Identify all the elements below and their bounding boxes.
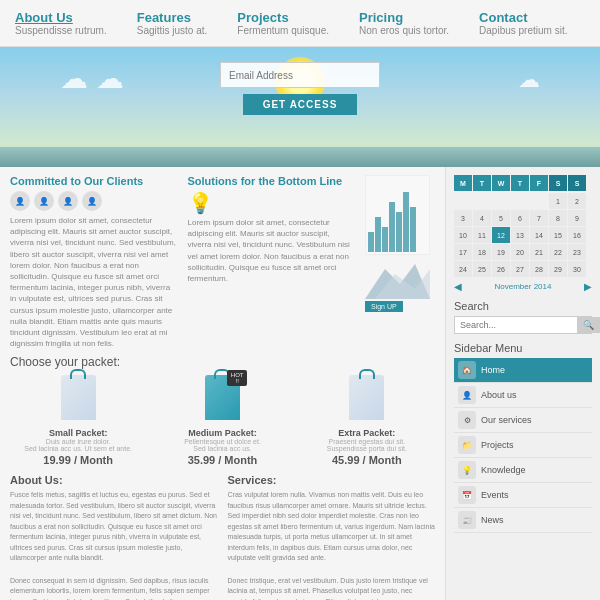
client-icon-4: 👤 [82,191,102,211]
cal-day-18[interactable]: 18 [473,244,491,260]
sidebar-menu-section: Sidebar Menu 🏠 Home 👤 About us ⚙ Our ser… [454,342,592,533]
packets-title: Choose your packet: [10,355,435,369]
cal-day-20[interactable]: 20 [511,244,529,260]
search-button[interactable]: 🔍 [577,317,600,333]
main-layout: Committed to Our Clients 👤 👤 👤 👤 Lorem i… [0,167,600,600]
bar-7 [410,207,416,252]
solutions-title: Solutions for the Bottom Line [188,175,356,187]
nav-item-contact[interactable]: ContactDapibus pretium sit. [479,10,567,36]
menu-icon-4: 💡 [458,461,476,479]
cal-day-11[interactable]: 11 [473,227,491,243]
signup-button[interactable]: Sign UP [365,301,403,312]
bag-2 [349,375,384,420]
packet-0[interactable]: Small Packet: Duis aute irure dolor. Sed… [10,375,146,466]
hot-badge: HOT!! [227,370,248,386]
client-icon-2: 👤 [34,191,54,211]
about-text-1: Fusce felis metus, sagittis et luctus eu… [10,490,218,564]
search-input[interactable] [455,317,577,333]
calendar-footer: ◀ November 2014 ▶ [454,281,592,292]
bag-0 [61,375,96,420]
cal-day-14[interactable]: 14 [530,227,548,243]
packet-2[interactable]: Extra Packet: Praesent egestas dui sit. … [299,375,435,466]
nav-item-pricing[interactable]: PricingNon eros quis tortor. [359,10,449,36]
cal-day-6[interactable]: 6 [511,210,529,226]
cal-day-15[interactable]: 15 [549,227,567,243]
cal-day-12[interactable]: 12 [492,227,510,243]
cal-day-23[interactable]: 23 [568,244,586,260]
hero-section: ☁ ☁ ☁ GET ACCESS [0,47,600,167]
cal-header-S: S [568,175,586,191]
packet-desc-0: Duis aute irure dolor. [10,438,146,445]
client-icons-row: 👤 👤 👤 👤 [10,191,178,211]
sidebar-menu-items: 🏠 Home 👤 About us ⚙ Our services 📁 Proje… [454,358,592,533]
bulb-icon: 💡 [188,191,356,215]
bar-4 [389,202,395,252]
sidebar-menu-item-our-services[interactable]: ⚙ Our services [454,408,592,433]
packet-name-0: Small Packet: [10,428,146,438]
cal-day-24[interactable]: 24 [454,261,472,277]
sidebar-menu-item-projects[interactable]: 📁 Projects [454,433,592,458]
cal-day-26[interactable]: 26 [492,261,510,277]
services-text-2: Donec tristique, erat vel vestibulum. Du… [228,576,436,600]
cal-day-1[interactable]: 1 [549,193,567,209]
cal-day-8[interactable]: 8 [549,210,567,226]
about-col: About Us: Fusce felis metus, sagittis et… [10,474,218,600]
hero-form: GET ACCESS [220,62,380,115]
cal-day-empty [473,193,491,209]
cal-day-29[interactable]: 29 [549,261,567,277]
packet-img-1: HOT!! [202,375,242,425]
sidebar-menu-item-news[interactable]: 📰 News [454,508,592,533]
sidebar-menu-item-events[interactable]: 📅 Events [454,483,592,508]
solutions-text: Lorem ipsum dolor sit amet, consectetur … [188,217,356,284]
clients-text: Lorem ipsum dolor sit amet, consectetur … [10,215,178,349]
nav-bar: About UsSuspendisse rutrum.FeaturesSagit… [0,0,600,47]
bar-2 [375,217,381,252]
sidebar-menu-item-home[interactable]: 🏠 Home [454,358,592,383]
cal-day-4[interactable]: 4 [473,210,491,226]
get-access-button[interactable]: GET ACCESS [243,94,358,115]
packet-sub-0: Sed lacinia acc us. Ut sem et ante. [10,445,146,452]
cal-header-T: T [511,175,529,191]
nav-item-features[interactable]: FeaturesSagittis justo at. [137,10,208,36]
bar-6 [403,192,409,252]
chart-col: Sign UP [365,175,435,349]
cal-day-21[interactable]: 21 [530,244,548,260]
chart-area [365,175,430,255]
cal-day-16[interactable]: 16 [568,227,586,243]
cal-day-empty [492,193,510,209]
cal-prev[interactable]: ◀ [454,281,462,292]
menu-icon-0: 🏠 [458,361,476,379]
cal-day-3[interactable]: 3 [454,210,472,226]
cal-day-7[interactable]: 7 [530,210,548,226]
cal-day-27[interactable]: 27 [511,261,529,277]
cal-header-F: F [530,175,548,191]
cal-day-17[interactable]: 17 [454,244,472,260]
cal-day-5[interactable]: 5 [492,210,510,226]
cal-day-30[interactable]: 30 [568,261,586,277]
menu-label-0: Home [481,365,505,375]
nav-item-about-us[interactable]: About UsSuspendisse rutrum. [15,10,107,36]
packet-name-2: Extra Packet: [299,428,435,438]
cal-day-22[interactable]: 22 [549,244,567,260]
cal-day-25[interactable]: 25 [473,261,491,277]
packet-1[interactable]: HOT!! Medium Packet: Pellentesque ut dol… [154,375,290,466]
services-text-1: Cras vulputat lorem nulla. Vivamus non m… [228,490,436,564]
cal-day-28[interactable]: 28 [530,261,548,277]
cal-day-empty [454,193,472,209]
cal-header-T: T [473,175,491,191]
search-section: Search 🔍 [454,300,592,334]
sidebar-menu-item-about-us[interactable]: 👤 About us [454,383,592,408]
cal-header-S: S [549,175,567,191]
cal-day-19[interactable]: 19 [492,244,510,260]
about-title: About Us: [10,474,218,486]
sidebar-menu-item-knowledge[interactable]: 💡 Knowledge [454,458,592,483]
cal-day-13[interactable]: 13 [511,227,529,243]
cal-day-2[interactable]: 2 [568,193,586,209]
packets-row: Small Packet: Duis aute irure dolor. Sed… [10,375,435,466]
cal-day-10[interactable]: 10 [454,227,472,243]
nav-item-projects[interactable]: ProjectsFermentum quisque. [237,10,329,36]
menu-icon-2: ⚙ [458,411,476,429]
email-input[interactable] [220,62,380,88]
cal-next[interactable]: ▶ [584,281,592,292]
cal-day-9[interactable]: 9 [568,210,586,226]
